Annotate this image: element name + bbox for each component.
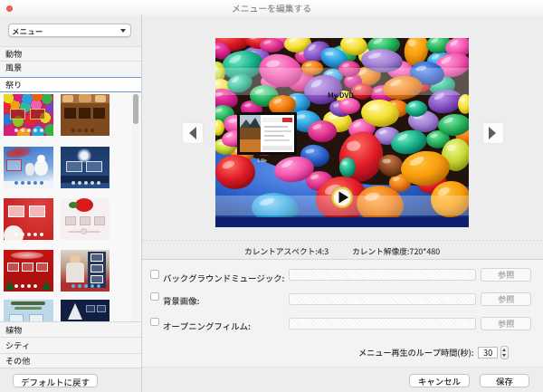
svg-text:1 file: 1 file	[257, 158, 267, 163]
